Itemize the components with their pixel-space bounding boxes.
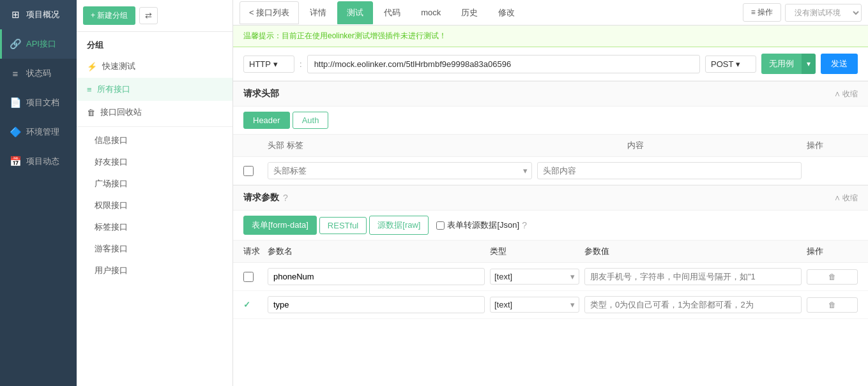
request-params-title: 请求参数: [243, 192, 279, 204]
nav-label-recycle: 接口回收站: [100, 107, 142, 118]
phonenum-value-input[interactable]: [584, 268, 802, 285]
param-row-type: ✓ [text] ▾ 🗑: [233, 291, 868, 319]
method-select[interactable]: POST ▾: [705, 56, 756, 73]
type-name-input[interactable]: [268, 296, 485, 313]
header-content-input[interactable]: [537, 162, 802, 179]
type-value-input[interactable]: [584, 296, 802, 313]
phonenum-delete-button[interactable]: 🗑: [807, 269, 858, 285]
col-request: 请求: [243, 246, 263, 257]
request-params-section: 请求参数 ? ∧ 收缩 表单[form-data] RESTful 源数据[ra…: [233, 185, 868, 319]
sidebar-label-docs: 项目文档: [26, 97, 59, 108]
tab-detail[interactable]: 详情: [300, 1, 336, 24]
sub-item-4[interactable]: 标签接口: [77, 216, 232, 238]
tab-modify[interactable]: 修改: [489, 1, 524, 24]
tab-right-buttons: ≡ 操作 没有测试环境: [743, 3, 862, 22]
no-example-arrow[interactable]: ▾: [802, 54, 816, 74]
url-bar: HTTP ▾ : POST ▾ 无用例 ▾ 发送: [233, 47, 868, 81]
content-area: 温馨提示：目前正在使用eolinker测试增强插件未进行测试！ HTTP ▾ :…: [233, 26, 868, 386]
col-paramname: 参数名: [268, 246, 485, 257]
nav-item-quick-test[interactable]: ⚡ 快速测试: [77, 55, 232, 78]
request-header-section: 请求头部 ∧ 收缩 Header Auth 头部 标签 内容 操作: [233, 81, 868, 185]
group-title: 分组: [77, 32, 232, 55]
json-convert-checkbox[interactable]: [436, 221, 445, 230]
action-label: ≡ 操作: [751, 7, 773, 18]
no-example-button[interactable]: 无用例: [761, 54, 802, 74]
top-tabs: < 接口列表 详情 测试 代码 mock 历史 修改 ≡ 操作 没有测试环境: [233, 0, 868, 26]
param-row-phonenum: [text] ▾ 🗑: [233, 263, 868, 291]
divider: [77, 126, 232, 127]
phonenum-checkbox[interactable]: [243, 272, 254, 282]
request-header-header: 请求头部 ∧ 收缩: [233, 81, 868, 107]
header-col-tag: 头部 标签: [268, 140, 442, 151]
header-tag-select[interactable]: ▾: [268, 162, 532, 179]
env-icon: 🔷: [10, 126, 21, 138]
sidebar-item-docs[interactable]: 📄 项目文档: [0, 88, 77, 117]
params-table-header: 请求 参数名 类型 参数值 操作: [233, 241, 868, 263]
header-sub-tabs: Header Auth: [233, 107, 868, 135]
nav-label-quick-test: 快速测试: [102, 61, 135, 72]
api-icon: 🔗: [10, 38, 21, 50]
header-collapse-button[interactable]: ∧ 收缩: [834, 89, 858, 100]
sub-item-2[interactable]: 广场接口: [77, 173, 232, 195]
statuscode-icon: ≡: [10, 68, 21, 79]
params-help-icon[interactable]: ?: [283, 193, 288, 203]
tab-back[interactable]: < 接口列表: [240, 1, 299, 24]
sort-button[interactable]: ⇄: [139, 7, 158, 24]
nav-item-all-api[interactable]: ≡ 所有接口: [77, 78, 232, 101]
middle-panel: + 新建分组 ⇄ 分组 ⚡ 快速测试 ≡ 所有接口 🗑 接口回收站 信息接口 好…: [77, 0, 233, 386]
sub-item-1[interactable]: 好友接口: [77, 151, 232, 173]
sidebar-label-api: API接口: [26, 38, 56, 50]
type-delete-button[interactable]: 🗑: [807, 297, 858, 313]
tab-history[interactable]: 历史: [452, 1, 487, 24]
phonenum-type-chevron: ▾: [570, 272, 575, 281]
phonenum-type-label: [text]: [494, 272, 512, 281]
header-tab-auth[interactable]: Auth: [293, 112, 329, 129]
sidebar-item-activity[interactable]: 📅 项目动态: [0, 147, 77, 176]
env-select[interactable]: 没有测试环境: [785, 4, 862, 22]
sidebar-item-statuscode[interactable]: ≡ 状态码: [0, 59, 77, 88]
sidebar-label-env: 环境管理: [26, 126, 59, 138]
url-input[interactable]: [307, 55, 700, 73]
sub-item-6[interactable]: 用户接口: [77, 260, 232, 281]
header-tab-header[interactable]: Header: [243, 112, 290, 129]
all-api-icon: ≡: [87, 85, 92, 94]
action-button[interactable]: ≡ 操作: [743, 3, 781, 22]
main-content: < 接口列表 详情 测试 代码 mock 历史 修改 ≡ 操作 没有测试环境: [233, 0, 868, 386]
recycle-icon: 🗑: [87, 108, 95, 117]
form-data-tab-raw[interactable]: 源数据[raw]: [369, 216, 429, 235]
header-tag-input[interactable]: [268, 163, 519, 179]
new-group-label: + 新建分组: [91, 10, 128, 21]
sub-item-3[interactable]: 权限接口: [77, 195, 232, 216]
col-paramvalue: 参数值: [584, 246, 802, 257]
docs-icon: 📄: [10, 97, 21, 108]
phonenum-name-input[interactable]: [268, 268, 485, 285]
method-label: POST: [711, 59, 733, 69]
type-type-select[interactable]: [text] ▾: [490, 297, 579, 313]
params-title-wrap: 请求参数 ?: [243, 192, 288, 204]
json-convert-help-icon[interactable]: ?: [522, 220, 527, 230]
tab-mock[interactable]: mock: [411, 2, 450, 23]
header-col-action: 操作: [807, 140, 858, 151]
sidebar-item-overview[interactable]: ⊞ 项目概况: [0, 0, 77, 29]
protocol-select[interactable]: HTTP ▾: [243, 56, 294, 73]
col-action: 操作: [807, 246, 858, 257]
sidebar-item-env[interactable]: 🔷 环境管理: [0, 117, 77, 147]
form-data-tab-restful[interactable]: RESTful: [319, 217, 367, 234]
new-group-button[interactable]: + 新建分组: [83, 6, 135, 25]
params-collapse-button[interactable]: ∧ 收缩: [834, 193, 858, 204]
tab-code[interactable]: 代码: [374, 1, 410, 24]
sub-item-5[interactable]: 游客接口: [77, 238, 232, 260]
sub-item-0[interactable]: 信息接口: [77, 130, 232, 151]
send-button[interactable]: 发送: [821, 54, 858, 74]
nav-item-recycle[interactable]: 🗑 接口回收站: [77, 101, 232, 124]
protocol-chevron: ▾: [273, 59, 278, 69]
phonenum-type-select[interactable]: [text] ▾: [490, 269, 579, 285]
sidebar-label-activity: 项目动态: [26, 156, 59, 167]
sidebar-item-api[interactable]: 🔗 API接口: [0, 29, 77, 59]
header-row: ▾: [233, 157, 868, 185]
form-data-tab-formdata[interactable]: 表单[form-data]: [243, 216, 317, 235]
form-data-tabs: 表单[form-data] RESTful 源数据[raw] 表单转源数据[Js…: [233, 211, 868, 241]
header-checkbox[interactable]: [243, 166, 254, 176]
json-convert-group: 表单转源数据[Json] ?: [436, 219, 526, 231]
tab-test[interactable]: 测试: [337, 1, 373, 24]
